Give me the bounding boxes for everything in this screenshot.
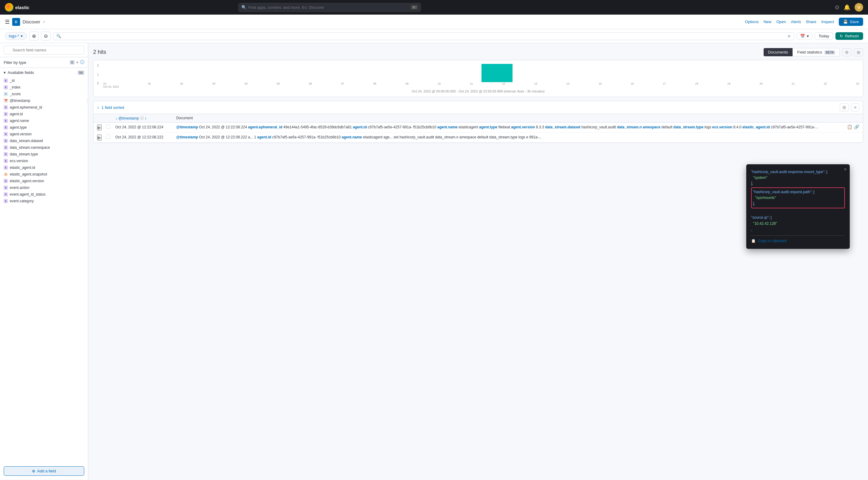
field-item[interactable]: k data_stream.type	[0, 151, 88, 158]
elastic-logo-icon	[5, 3, 13, 11]
global-search-input[interactable]	[238, 3, 421, 12]
inspect-button[interactable]: Inspect	[821, 20, 834, 24]
field-item[interactable]: k agent.type	[0, 124, 88, 131]
field-name: elastic_agent.snapshot	[10, 172, 47, 177]
field-name: _id	[10, 78, 14, 83]
save-button[interactable]: 💾 Save	[839, 18, 863, 26]
field-name: agent.id	[10, 112, 23, 116]
sort-row: ↕ 1 field sorted ⊞ ≡	[93, 101, 863, 114]
notifications-icon[interactable]: 🔔	[844, 4, 850, 11]
field-type-keyword-icon: k	[4, 112, 8, 116]
row-expand-button[interactable]: ▶	[97, 134, 102, 140]
copy-to-clipboard-button[interactable]: 📋 Copy to clipboard	[751, 235, 845, 244]
field-item[interactable]: k elastic_agent.version	[0, 178, 88, 184]
field-type-keyword-icon: k	[4, 105, 8, 109]
filter-type-info-icon[interactable]: ⓘ	[80, 60, 84, 65]
field-name: event.agent_id_status	[10, 192, 45, 196]
available-fields-header: ▾ Available fields 58	[0, 68, 88, 77]
tab-documents[interactable]: Documents	[764, 48, 793, 56]
field-item[interactable]: ⚠ elastic_agent.snapshot	[0, 171, 88, 178]
row-checkbox[interactable]	[106, 124, 111, 129]
open-button[interactable]: Open	[776, 20, 786, 24]
field-type-keyword-icon: k	[4, 186, 8, 190]
field-item[interactable]: k agent.version	[0, 131, 88, 137]
histogram: 2 1 0	[93, 60, 863, 97]
filter-type-chevron-icon[interactable]: ▾	[76, 60, 78, 64]
table-row: ▶ Oct 24, 2022 @ 12:22:08.224 @timestamp…	[93, 123, 863, 133]
field-item[interactable]: k _id	[0, 77, 88, 84]
row-open-button[interactable]: 🔗	[854, 124, 859, 129]
field-type-keyword-icon: k	[4, 179, 8, 183]
help-icon[interactable]: ⊙	[835, 4, 839, 11]
field-item[interactable]: k data_stream.namespace	[0, 144, 88, 151]
app-name: Discover	[23, 19, 40, 24]
search-fields-section: 🔍	[0, 43, 88, 57]
popup-content: "hashicorp_vault.audit.response.mount_ty…	[751, 169, 845, 232]
add-field-button[interactable]: ⊕ Add a field	[4, 466, 84, 476]
field-name: ecs.version	[10, 159, 28, 163]
field-type-keyword-icon: k	[4, 132, 8, 136]
tab-field-statistics[interactable]: Field statistics BETA	[793, 48, 840, 56]
field-item[interactable]: k agent.name	[0, 118, 88, 124]
settings-icon[interactable]: ⚙	[842, 49, 851, 56]
field-item[interactable]: k agent.ephemeral_id	[0, 104, 88, 111]
field-item[interactable]: k event.action	[0, 184, 88, 191]
filter-add-button[interactable]: ⊕	[29, 32, 39, 40]
filter-type-count: 0	[70, 60, 74, 64]
refresh-button[interactable]: ↻ Refresh	[835, 32, 863, 40]
field-type-keyword-icon: k	[4, 139, 8, 143]
date-picker[interactable]: 📅 ▾	[797, 32, 812, 40]
field-item[interactable]: k elastic_agent.id	[0, 164, 88, 171]
field-item[interactable]: k event.category	[0, 198, 88, 204]
calendar-icon: 📅	[800, 34, 805, 38]
field-item[interactable]: 📅 @timestamp	[0, 97, 88, 104]
second-nav: ☰ D Discover ✓ Options New Open Alerts S…	[0, 14, 868, 29]
th-document: Document	[176, 116, 859, 121]
chevron-down-icon: ▾	[4, 70, 6, 75]
available-fields-count: 58	[78, 71, 84, 75]
field-item[interactable]: # _score	[0, 91, 88, 97]
index-pattern-selector[interactable]: logs-* ▾	[5, 32, 27, 40]
beta-badge: BETA	[825, 51, 835, 55]
alerts-button[interactable]: Alerts	[791, 20, 801, 24]
field-name: data_stream.dataset	[10, 139, 43, 143]
field-type-keyword-icon: k	[4, 199, 8, 203]
histogram-subtitle: Oct 24, 2022 @ 00:00:00.000 - Oct 24, 20…	[97, 89, 859, 93]
avatar[interactable]: U	[855, 3, 863, 11]
list-view-icon[interactable]: ≡	[851, 103, 859, 111]
field-popup: × "hashicorp_vault.audit.response.mount_…	[746, 164, 850, 249]
share-button[interactable]: Share	[806, 20, 816, 24]
elastic-wordmark: elastic	[15, 5, 30, 10]
field-name: _score	[10, 92, 21, 96]
new-button[interactable]: New	[764, 20, 772, 24]
row-expand-button[interactable]: ▶	[97, 124, 102, 130]
field-item[interactable]: k _index	[0, 84, 88, 91]
field-type-keyword-icon: k	[4, 165, 8, 170]
search-fields-input[interactable]	[4, 45, 84, 55]
keyboard-hint: ⌘/	[410, 5, 418, 10]
content-area: 2 hits Documents Field statistics BETA ⚙…	[88, 43, 868, 479]
filter-options-button[interactable]: ⊖	[41, 32, 51, 40]
field-type-date-icon: 📅	[4, 99, 8, 103]
hits-count: 2 hits	[93, 49, 106, 55]
app-chevron-icon[interactable]: ✓	[42, 20, 45, 24]
row-checkbox[interactable]	[106, 134, 111, 139]
field-item[interactable]: k ecs.version	[0, 158, 88, 164]
hamburger-menu-icon[interactable]: ☰	[5, 19, 10, 25]
row-document: @timestamp Oct 24, 2022 @ 12:22:08.224 a…	[176, 124, 847, 130]
field-item[interactable]: k event.agent_id_status	[0, 191, 88, 198]
options-button[interactable]: Options	[745, 20, 759, 24]
query-input[interactable]: hashicorp_vault.audit.request.remote_add…	[64, 34, 787, 38]
today-button[interactable]: Today	[815, 32, 833, 40]
columns-icon[interactable]: ⊞	[854, 49, 863, 56]
row-copy-button[interactable]: 📋	[847, 124, 852, 129]
field-item[interactable]: k data_stream.dataset	[0, 137, 88, 144]
field-item[interactable]: k agent.id	[0, 111, 88, 118]
clipboard-icon: 📋	[751, 238, 756, 244]
popup-highlight: "hashicorp_vault.audit.request.path": [ …	[751, 187, 845, 209]
clear-query-button[interactable]: ✕	[787, 34, 791, 39]
popup-close-button[interactable]: ×	[844, 167, 847, 172]
table-view-icon[interactable]: ⊞	[840, 103, 849, 111]
field-name: data_stream.type	[10, 152, 38, 156]
field-type-hash-icon: #	[4, 92, 8, 96]
